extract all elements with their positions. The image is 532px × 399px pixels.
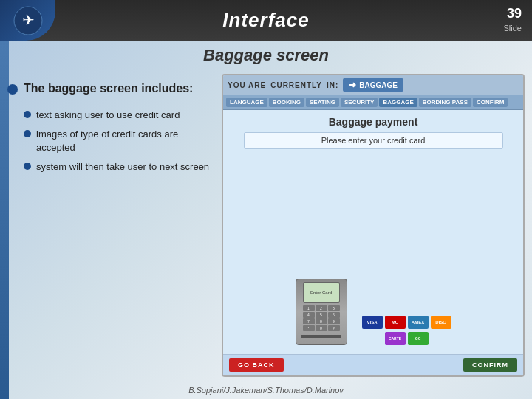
baggage-badge: ➜ BAGGAGE xyxy=(343,78,403,92)
baggage-screen-mockup: YOU ARE CURRENTLY IN: ➜ BAGGAGE LANGUAGE… xyxy=(222,74,525,377)
page-title: Interface xyxy=(222,9,309,32)
tab-seating[interactable]: SEATING xyxy=(306,98,339,107)
tab-baggage[interactable]: BAGGAGE xyxy=(379,98,417,107)
sub-bullet-text-3: system will then take user to next scree… xyxy=(36,160,209,174)
sub-bullet-3: system will then take user to next scree… xyxy=(24,160,214,174)
payment-section: Baggage payment Please enter your credit… xyxy=(223,110,523,354)
footer-authors: B.Sopjani/J.Jakeman/S.Thomas/D.Marinov xyxy=(0,386,532,395)
key-4: 4 xyxy=(303,312,315,318)
mastercard-icon: MC xyxy=(385,316,406,329)
bag-bottom-buttons: GO BACK CONFIRM xyxy=(223,354,523,375)
discover-icon: DISC xyxy=(431,316,451,329)
airplane-svg: ✈ xyxy=(13,6,43,35)
bag-nav-top: YOU ARE CURRENTLY IN: ➜ BAGGAGE xyxy=(223,75,523,95)
payment-instruction: Please enter your credit card xyxy=(244,132,503,149)
key-hash: # xyxy=(328,325,340,331)
section-title: Baggage screen xyxy=(0,46,532,65)
confirm-button[interactable]: CONFIRM xyxy=(463,358,517,372)
card-machine: Enter Card 1 2 3 4 5 6 7 8 9 * 0 # xyxy=(296,279,347,345)
card-other1-icon: CARTE xyxy=(385,332,406,345)
content-area: The baggage screen includes: text asking… xyxy=(7,74,525,377)
key-7: 7 xyxy=(303,318,315,324)
card-row-2: CARTE GC xyxy=(385,332,429,345)
in-label: IN: xyxy=(327,81,338,89)
baggage-tabs: LANGUAGE BOOKING SEATING SECURITY BAGGAG… xyxy=(223,95,523,110)
sub-bullet-2: images of type of credit cards are accep… xyxy=(24,128,214,154)
left-panel: The baggage screen includes: text asking… xyxy=(7,74,214,377)
key-8: 8 xyxy=(316,318,327,324)
card-other2-icon: GC xyxy=(408,332,429,345)
sub-bullet-dot-2 xyxy=(24,130,31,137)
sub-bullets-list: text asking user to use credit card imag… xyxy=(24,109,214,174)
top-bar: ✈ Interface 39 Slide xyxy=(0,0,532,41)
tab-boarding[interactable]: BORDING PASS xyxy=(419,98,471,107)
arrow-icon: ➜ xyxy=(349,80,356,90)
main-bullet-text: The baggage screen includes: xyxy=(24,81,193,97)
tab-confirm[interactable]: CONFIRM xyxy=(473,98,508,107)
sub-bullet-dot-1 xyxy=(24,111,31,118)
baggage-badge-label: BAGGAGE xyxy=(359,81,398,89)
key-1: 1 xyxy=(303,305,315,311)
key-3: 3 xyxy=(328,305,340,311)
main-bullet-dot xyxy=(7,84,18,95)
sub-bullet-1: text asking user to use credit card xyxy=(24,109,214,122)
tab-language[interactable]: LANGUAGE xyxy=(226,98,267,107)
currently-label: CURRENTLY xyxy=(270,81,322,89)
key-5: 5 xyxy=(316,312,327,318)
sub-bullet-dot-3 xyxy=(24,163,31,170)
key-0: 0 xyxy=(316,325,327,331)
svg-text:✈: ✈ xyxy=(21,12,34,28)
go-back-button[interactable]: GO BACK xyxy=(229,358,284,372)
machine-screen: Enter Card xyxy=(303,282,340,303)
sub-bullet-text-1: text asking user to use credit card xyxy=(36,109,180,122)
card-row-1: VISA MC AMEX DISC xyxy=(362,316,451,329)
card-icons: VISA MC AMEX DISC CARTE GC xyxy=(362,316,451,345)
visa-icon: VISA xyxy=(362,316,383,329)
key-9: 9 xyxy=(328,318,340,324)
sub-bullet-text-2: images of type of credit cards are accep… xyxy=(36,128,214,154)
airplane-icon-area: ✈ xyxy=(0,0,55,41)
machine-keypad: 1 2 3 4 5 6 7 8 9 * 0 # xyxy=(303,305,340,331)
tab-security[interactable]: SECURITY xyxy=(341,98,378,107)
card-machine-area: Enter Card 1 2 3 4 5 6 7 8 9 * 0 # xyxy=(229,153,517,348)
machine-screen-text: Enter Card xyxy=(310,290,332,295)
card-slot xyxy=(301,335,341,338)
key-2: 2 xyxy=(316,305,327,311)
main-bullet: The baggage screen includes: xyxy=(7,81,214,97)
slide-label: Slide xyxy=(504,24,522,33)
key-star: * xyxy=(303,325,315,331)
amex-icon: AMEX xyxy=(408,316,429,329)
payment-title: Baggage payment xyxy=(329,116,418,128)
key-6: 6 xyxy=(328,312,340,318)
you-are-label: YOU ARE xyxy=(228,81,266,89)
tab-booking[interactable]: BOOKING xyxy=(269,98,304,107)
slide-number: 39 xyxy=(507,6,522,21)
